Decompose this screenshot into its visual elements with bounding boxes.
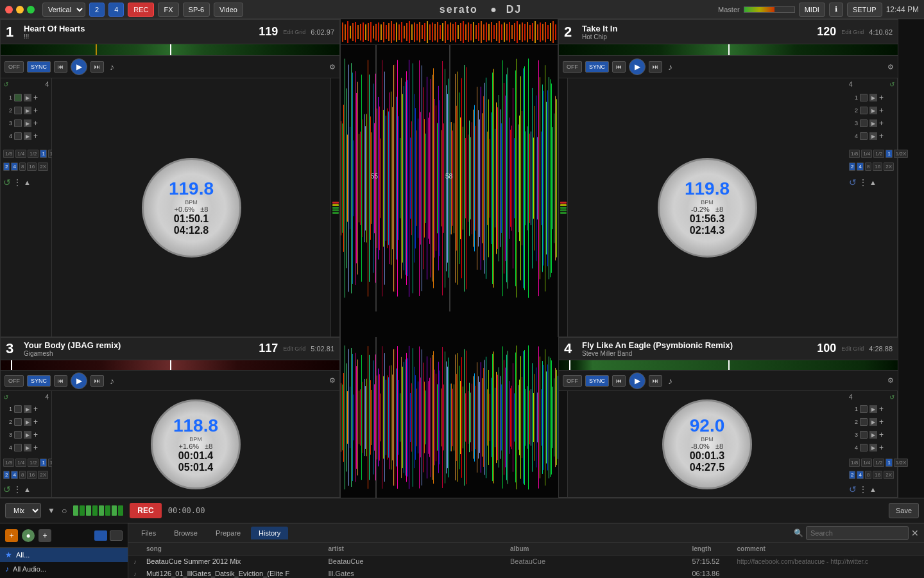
deck-2-cue-3-play[interactable]: ▶ [869,119,877,127]
deck-1-frac-1[interactable]: 1 [40,150,46,158]
deck-4-cue-4-btn[interactable] [860,444,868,451]
sp6-btn[interactable]: SP-6 [183,3,210,17]
deck-3-frac-1-4[interactable]: 1/4 [15,459,26,467]
deck-3-turntable[interactable]: 118.8 BPM +1.6% ±8 00:01.4 05:01.4 [151,399,241,489]
deck-2-cue-2-play[interactable]: ▶ [869,107,877,114]
deck-2-frac-4[interactable]: 4 [857,162,863,171]
deck-2-frac-1-8[interactable]: 1/8 [849,150,860,158]
search-clear-btn[interactable]: ✕ [911,528,919,538]
deck-1-cue-1-plus[interactable]: + [33,93,38,102]
sidebar-grid-view-btn[interactable] [110,530,123,541]
deck-2-frac-1-2[interactable]: 1/2 [873,150,884,158]
deck-1-cue-3-plus[interactable]: + [33,119,38,128]
deck-4-frac-half-x[interactable]: 1/2X [894,459,908,467]
deck-4-turntable[interactable]: 92.0 BPM -8.0% ±8 00:01.3 04:27.5 [662,399,752,489]
deck-1-cue-4-play[interactable]: ▶ [24,132,31,140]
deck-3-next-btn[interactable]: ⏭ [90,375,104,387]
deck-4-cue-4-play[interactable]: ▶ [869,444,877,451]
deck-1-note-icon[interactable]: ♪ [110,62,114,72]
deck-3-cue-3-plus[interactable]: + [33,430,38,439]
deck-2-cue-1-play[interactable]: ▶ [869,94,877,101]
deck-4-frac-4[interactable]: 4 [857,471,863,479]
deck-3-grid-icon[interactable]: ⋮ [13,485,21,494]
deck-4-cue-3-btn[interactable] [860,431,868,439]
deck-1-grid-icon[interactable]: ⋮ [13,178,21,187]
deck-2-sync-btn[interactable]: SYNC [585,61,609,73]
col-header-comment[interactable]: comment [737,545,920,552]
deck-3-note-icon[interactable]: ♪ [110,376,114,386]
deck-1-loop-icon[interactable]: ↺ [3,81,8,88]
mix-circle-icon[interactable]: ○ [62,505,67,516]
deck-1-cue-2-plus[interactable]: + [33,106,38,115]
deck-2-grid-icon[interactable]: ⋮ [859,178,867,187]
deck-2-frac-8[interactable]: 8 [865,162,871,171]
deck-4-off-btn[interactable]: OFF [563,375,582,387]
deck-1-frac-2x[interactable]: 2X [38,162,48,171]
tab-browse[interactable]: Browse [166,527,205,539]
maximize-window-btn[interactable] [27,6,35,13]
deck-2-cue-4-btn[interactable] [860,132,868,140]
deck-3-play-btn[interactable]: ▶ [71,372,87,389]
save-button[interactable]: Save [889,503,919,518]
deck-4-note-icon[interactable]: ♪ [668,376,672,386]
deck-2-frac-16[interactable]: 16 [873,162,882,171]
deck-2-edit-grid[interactable]: Edit Grid [841,29,864,35]
deck-2-play-btn[interactable]: ▶ [629,58,646,75]
deck-3-edit-grid[interactable]: Edit Grid [283,346,305,352]
deck-4-sync-btn[interactable]: SYNC [585,375,609,387]
deck-2-settings-icon[interactable]: ⚙ [887,63,894,71]
deck-3-frac-16[interactable]: 16 [27,471,37,479]
deck-4-cue-3-play[interactable]: ▶ [869,431,877,439]
col-header-song[interactable]: song [146,545,329,552]
deck-1-off-btn[interactable]: OFF [4,61,24,73]
deck-2-frac-half-x[interactable]: 1/2X [894,150,908,158]
col-header-length[interactable]: length [692,545,737,552]
deck-4-cue-3-plus[interactable]: + [879,430,884,439]
deck-3-cue-1-plus[interactable]: + [33,405,38,414]
deck-3-frac-1-2[interactable]: 1/2 [28,459,38,467]
deck-3-cue-4-play[interactable]: ▶ [24,444,31,451]
search-input[interactable] [806,526,909,540]
deck-1-frac-2[interactable]: 2 [3,162,10,171]
deck-4-play-btn[interactable]: ▶ [629,372,646,389]
deck-4-frac-1-4[interactable]: 1/4 [861,459,872,467]
deck-2-cue-3-btn[interactable] [860,119,868,127]
deck-1-cue-4-btn[interactable] [14,132,22,140]
table-row[interactable]: ♪ BeatauCue Summer 2012 Mix BeatauCue Be… [128,556,924,568]
deck-1-cue-1-btn[interactable] [14,94,22,101]
deck-4-frac-16[interactable]: 16 [873,471,882,479]
deck-4-frac-2[interactable]: 2 [849,471,855,479]
deck-2-cue-4-play[interactable]: ▶ [869,132,877,140]
deck-3-frac-1[interactable]: 1 [40,459,46,467]
sidebar-item-all[interactable]: ★ All... [0,548,128,562]
deck-2-up-icon[interactable]: ▲ [869,179,877,186]
deck-2-loop-btn[interactable]: ↺ [849,177,857,188]
setup-btn[interactable]: SETUP [847,3,882,17]
tab-prepare[interactable]: Prepare [208,527,248,539]
deck-4-cue-4-plus[interactable]: + [879,443,884,452]
layout-select[interactable]: Vertical [42,3,85,17]
deck-4-next-btn[interactable]: ⏭ [649,375,662,387]
deck-4-cue-1-play[interactable]: ▶ [869,405,877,413]
deck-3-cue-4-btn[interactable] [14,444,22,451]
deck-2-turntable[interactable]: 119.8 BPM -0.2% ±8 01:56.3 02:14.3 [658,158,757,258]
deck-1-frac-1-4[interactable]: 1/4 [15,150,26,158]
deck-3-loop-btn-2[interactable]: ↺ [3,484,11,495]
deck-3-prev-btn[interactable]: ⏮ [54,375,67,387]
deck-1-cue-1-play[interactable]: ▶ [24,94,31,101]
deck-2-prev-btn[interactable]: ⏮ [612,61,626,73]
deck-3-frac-8[interactable]: 8 [19,471,26,479]
deck-2-cue-3-plus[interactable]: + [879,119,884,128]
deck-4-frac-8[interactable]: 8 [865,471,871,479]
deck-4-frac-1-2[interactable]: 1/2 [873,459,884,467]
sidebar-orange-btn[interactable]: + [5,529,18,542]
col-header-artist[interactable]: artist [329,545,511,552]
close-window-btn[interactable] [5,6,13,13]
deck-3-up-icon[interactable]: ▲ [24,486,31,493]
deck-1-frac-1-8[interactable]: 1/8 [3,150,14,158]
deck-4-loop-btn[interactable]: ↺ [849,484,857,495]
sidebar-list-view-btn[interactable] [94,530,107,541]
deck-1-frac-16[interactable]: 16 [27,162,37,171]
deck-1-next-btn[interactable]: ⏭ [90,61,104,73]
deck-3-cue-4-plus[interactable]: + [33,443,38,452]
